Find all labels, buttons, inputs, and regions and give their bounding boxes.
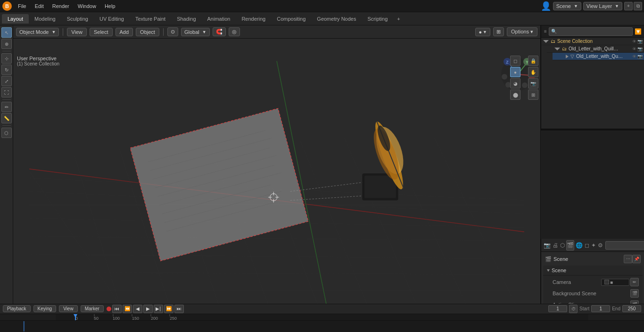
object-mode-selector[interactable]: Object Mode ▼ bbox=[16, 28, 59, 36]
scene-options-btn[interactable]: ⋯ bbox=[624, 255, 632, 263]
props-render-icon[interactable]: 📷 bbox=[543, 240, 551, 251]
shading-solid-btn[interactable]: ● bbox=[510, 67, 520, 77]
collection-visibility-btn[interactable]: 👁 bbox=[632, 39, 636, 44]
shading-wireframe-btn[interactable]: ◻ bbox=[510, 56, 520, 66]
prev-frame-btn[interactable]: ◀ bbox=[133, 305, 142, 313]
play-btn[interactable]: ▶ bbox=[143, 305, 153, 313]
outliner-search-input[interactable] bbox=[549, 27, 633, 36]
tool-transform[interactable]: ⛶ bbox=[1, 87, 12, 97]
props-search-input[interactable] bbox=[605, 241, 644, 250]
tool-annotate[interactable]: ✏ bbox=[1, 102, 12, 112]
viewport-pan-btn[interactable]: ✋ bbox=[528, 67, 538, 77]
tool-rotate[interactable]: ↻ bbox=[1, 65, 12, 75]
collection-render-btn[interactable]: 📷 bbox=[637, 39, 643, 44]
viewport[interactable]: Object Mode ▼ View Select Add Object ⊙ G… bbox=[13, 25, 540, 304]
tab-geometry-nodes[interactable]: Geometry Nodes bbox=[311, 14, 362, 24]
marker-btn[interactable]: Marker bbox=[81, 305, 104, 312]
vp-add-btn[interactable]: Add bbox=[116, 28, 133, 36]
obj-expand-icon[interactable] bbox=[566, 55, 569, 58]
props-object-icon[interactable]: ◻ bbox=[584, 240, 590, 251]
viewport-overlays[interactable]: ⊞ bbox=[493, 27, 504, 36]
vp-view-btn[interactable]: View bbox=[67, 28, 87, 36]
tab-animation[interactable]: Animation bbox=[202, 14, 236, 24]
props-scene-icon[interactable]: 🎬 bbox=[566, 240, 574, 251]
scene-copy-btn[interactable]: ⧉ bbox=[634, 2, 642, 10]
scene-new-btn[interactable]: + bbox=[624, 2, 633, 10]
props-view-layer-icon[interactable]: ⬡ bbox=[560, 240, 565, 251]
outliner-obj-group-1[interactable]: 🗂 Old_Letter_with_Quill_Dark_F 👁 📷 bbox=[547, 45, 644, 53]
active-clip-value-btn[interactable]: 🎬 bbox=[630, 300, 639, 304]
jump-start-btn[interactable]: ⏮ bbox=[112, 305, 122, 313]
shading-rendered-btn[interactable]: ⬤ bbox=[510, 89, 520, 100]
props-physics-icon[interactable]: ⚙ bbox=[597, 240, 603, 251]
scene-selector[interactable]: Scene ▼ bbox=[553, 2, 581, 10]
obj-group-visibility-btn[interactable]: 👁 bbox=[632, 47, 636, 51]
collection-expand-icon[interactable] bbox=[543, 40, 549, 43]
snapping-selector[interactable]: 🧲 bbox=[213, 27, 226, 36]
tab-scripting[interactable]: Scripting bbox=[362, 14, 393, 24]
shading-lpe-btn[interactable]: ◕ bbox=[510, 78, 520, 89]
viewport-lock-btn[interactable]: 🔒 bbox=[528, 56, 538, 66]
menu-file[interactable]: File bbox=[14, 2, 30, 10]
end-frame-input[interactable] bbox=[622, 305, 641, 312]
next-frame-btn[interactable]: ▶| bbox=[154, 305, 163, 313]
tab-compositing[interactable]: Compositing bbox=[271, 14, 311, 24]
menu-help[interactable]: Help bbox=[101, 2, 119, 10]
tab-sculpting[interactable]: Sculpting bbox=[61, 14, 94, 24]
tool-measure[interactable]: 📏 bbox=[1, 113, 12, 123]
tool-select[interactable]: ↖ bbox=[1, 27, 12, 38]
props-particles-icon[interactable]: ✦ bbox=[591, 240, 596, 251]
keying-btn[interactable]: Keying bbox=[33, 305, 57, 312]
obj-render-btn[interactable]: 📷 bbox=[637, 54, 643, 59]
camera-edit-btn[interactable]: ✏ bbox=[630, 278, 639, 286]
add-workspace-btn[interactable]: + bbox=[393, 15, 404, 23]
current-frame-input[interactable] bbox=[548, 305, 567, 312]
outliner-filter-icon[interactable]: ≡ bbox=[544, 29, 547, 34]
scene-section-header[interactable]: Scene bbox=[543, 266, 643, 275]
tab-modeling[interactable]: Modeling bbox=[29, 14, 61, 24]
menu-window[interactable]: Window bbox=[74, 2, 100, 10]
obj-visibility-btn[interactable]: 👁 bbox=[632, 54, 636, 59]
tab-texture-paint[interactable]: Texture Paint bbox=[130, 14, 171, 24]
panel-resize-handle[interactable] bbox=[541, 129, 644, 130]
start-frame-input[interactable] bbox=[591, 305, 610, 312]
next-keyframe-btn[interactable]: ⏩ bbox=[164, 305, 173, 313]
options-btn[interactable]: Options ▾ bbox=[507, 27, 537, 36]
prev-keyframe-btn[interactable]: ⏪ bbox=[123, 305, 132, 313]
tab-rendering[interactable]: Rendering bbox=[236, 14, 271, 24]
record-btn[interactable] bbox=[107, 307, 111, 311]
camera-value[interactable]: ■ bbox=[601, 279, 629, 286]
transform-selector[interactable]: Global ▼ bbox=[181, 28, 210, 36]
viewport-shading[interactable]: ● ▼ bbox=[475, 28, 490, 36]
props-output-icon[interactable]: 🖨 bbox=[552, 240, 559, 251]
tab-shading[interactable]: Shading bbox=[171, 14, 201, 24]
tool-add[interactable]: ⬡ bbox=[1, 128, 12, 138]
pivot-selector[interactable]: ⊙ bbox=[167, 27, 178, 36]
viewport-canvas[interactable]: User Perspective (1) Scene Collection Y bbox=[13, 39, 540, 304]
proportional-selector[interactable]: ◎ bbox=[229, 27, 240, 36]
outliner-scene-collection[interactable]: 🗂 Scene Collection 👁 📷 bbox=[541, 38, 644, 45]
tool-cursor[interactable]: ⊕ bbox=[1, 39, 12, 49]
viewport-camera-btn[interactable]: 📷 bbox=[528, 78, 538, 89]
obj-group-camera-btn[interactable]: 📷 bbox=[637, 47, 643, 51]
vp-select-btn[interactable]: Select bbox=[90, 28, 113, 36]
tool-move[interactable]: ⊹ bbox=[1, 53, 12, 64]
playback-btn[interactable]: Playback bbox=[3, 305, 31, 312]
frame-ruler[interactable]: 0 50 100 150 200 250 bbox=[0, 314, 644, 321]
frame-keying-btn[interactable]: ⏱ bbox=[569, 305, 578, 313]
tab-uv-editing[interactable]: UV Editing bbox=[94, 14, 130, 24]
menu-render[interactable]: Render bbox=[49, 2, 73, 10]
outliner-filter-btn[interactable]: 🔽 bbox=[635, 28, 642, 35]
obj-group-expand-icon[interactable] bbox=[554, 48, 560, 50]
jump-end-btn[interactable]: ⏭ bbox=[174, 305, 184, 313]
tool-scale[interactable]: ⤢ bbox=[1, 76, 12, 86]
timeline-tracks[interactable] bbox=[0, 320, 644, 332]
vp-object-btn[interactable]: Object bbox=[136, 28, 159, 36]
outliner-obj-1[interactable]: ▽ Old_Letter_with_Quill_Da 👁 📷 bbox=[553, 53, 644, 60]
view-btn[interactable]: View bbox=[59, 305, 78, 312]
blender-logo[interactable]: B bbox=[2, 1, 12, 11]
menu-edit[interactable]: Edit bbox=[31, 2, 48, 10]
viewport-grid-btn[interactable]: ⊞ bbox=[528, 89, 538, 100]
view-layer-selector[interactable]: View Layer ▼ bbox=[583, 2, 622, 10]
scene-pin-btn[interactable]: 📌 bbox=[632, 255, 641, 263]
